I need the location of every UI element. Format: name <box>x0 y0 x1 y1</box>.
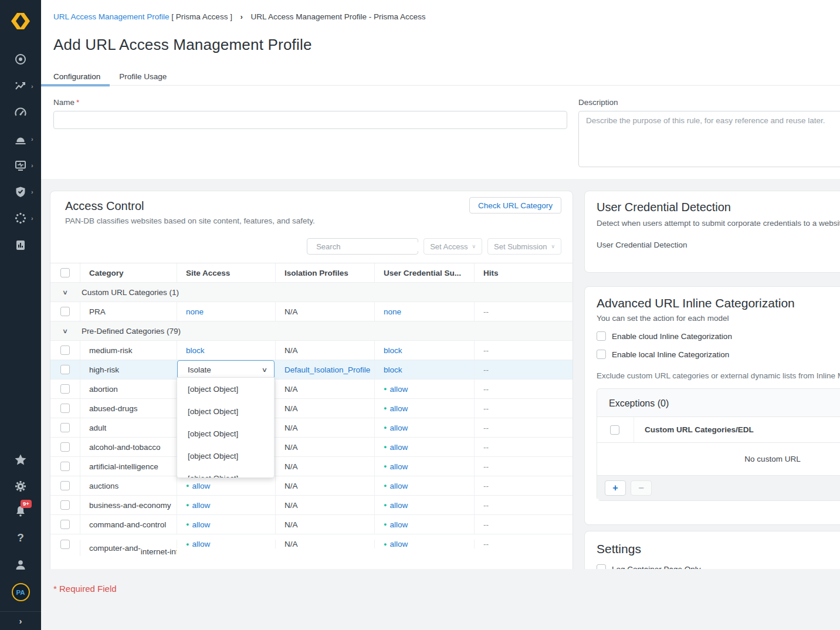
tab-profile-usage[interactable]: Profile Usage <box>110 69 176 86</box>
user-credential-link[interactable]: allow <box>389 482 408 490</box>
palo-alto-logo-icon[interactable] <box>0 11 41 32</box>
user-credential-link[interactable]: block <box>384 346 402 355</box>
user-credential-link[interactable]: allow <box>389 385 408 394</box>
name-label: Name* <box>53 98 79 107</box>
breadcrumb-link[interactable]: URL Access Management Profile <box>53 12 170 21</box>
row-checkbox[interactable] <box>60 346 70 355</box>
chevron-down-icon: ∨ <box>472 243 476 249</box>
enable-cloud-row: Enable cloud Inline Categorization <box>597 331 840 341</box>
table-header-row: Category Site Access Isolation Profiles … <box>50 263 573 283</box>
description-textarea[interactable] <box>578 111 840 167</box>
monitor-health-icon[interactable]: › <box>0 159 41 172</box>
row-checkbox[interactable] <box>60 307 70 316</box>
row-checkbox[interactable] <box>60 481 70 490</box>
check-url-category-button[interactable]: Check URL Category <box>469 197 561 214</box>
ucd-field-label: User Credential Detection <box>597 241 840 249</box>
alerts-siren-icon[interactable]: › <box>0 133 41 145</box>
hits-cell: -- <box>474 302 573 321</box>
user-credential-link[interactable]: allow <box>389 424 408 432</box>
group-row-predefined[interactable]: ∨ Pre-Defined Categories (79) <box>50 321 573 341</box>
row-checkbox[interactable] <box>60 442 70 452</box>
user-credential-link[interactable]: allow <box>389 501 408 510</box>
dashboard-target-icon[interactable] <box>0 53 41 66</box>
chevron-right-icon[interactable]: › <box>31 83 33 90</box>
site-access-link[interactable]: allow <box>192 540 210 548</box>
row-checkbox[interactable] <box>60 423 70 432</box>
chevron-right-icon[interactable]: › <box>31 162 33 169</box>
scroll-viewport[interactable]: Access Control PAN-DB classifies website… <box>41 179 840 569</box>
status-dot: ● <box>384 483 387 489</box>
row-checkbox[interactable] <box>60 520 70 529</box>
user-credential-link[interactable]: allow <box>389 540 408 548</box>
dropdown-option[interactable]: [object Object] <box>177 378 274 400</box>
exceptions-select-all-checkbox[interactable] <box>610 425 619 435</box>
row-checkbox[interactable] <box>60 500 70 510</box>
user-credential-link[interactable]: none <box>384 307 401 316</box>
hits-cell: -- <box>474 418 573 437</box>
user-credential-detection-card: User Credential Detection Detect when us… <box>584 191 840 273</box>
tab-configuration[interactable]: Configuration <box>41 69 110 86</box>
dropdown-option[interactable]: [object Object] <box>177 445 274 467</box>
enable-cloud-checkbox[interactable] <box>597 331 606 341</box>
site-access-link[interactable]: allow <box>192 520 210 529</box>
insights-trend-icon[interactable]: › <box>0 80 41 93</box>
row-checkbox[interactable] <box>60 540 70 549</box>
dropdown-option[interactable]: [object Object] <box>177 467 274 478</box>
reports-chart-icon[interactable] <box>0 239 41 252</box>
chevron-right-icon[interactable]: › <box>31 188 33 195</box>
settings-option-checkbox[interactable] <box>597 564 606 569</box>
avatar[interactable]: PA <box>0 583 41 601</box>
search-input[interactable] <box>316 242 419 251</box>
name-input[interactable] <box>53 111 567 129</box>
search-box[interactable] <box>307 238 418 255</box>
status-dot: ● <box>384 502 387 508</box>
hits-cell: -- <box>474 341 573 360</box>
speedometer-icon[interactable] <box>0 106 41 119</box>
chevron-down-icon[interactable]: ∨ <box>62 327 68 335</box>
site-access-select[interactable]: Isolate ∨ <box>177 360 275 379</box>
isolation-profile-link[interactable]: Default_Isolation_Profile <box>284 365 370 374</box>
notifications-bell-icon[interactable]: 9+ <box>0 504 41 517</box>
chevron-right-icon[interactable]: › <box>31 136 33 143</box>
site-access-link[interactable]: none <box>186 307 204 316</box>
left-sidebar: › › › › › 9+ ? PA › <box>0 0 41 630</box>
site-access-link[interactable]: allow <box>192 501 210 510</box>
user-credential-link[interactable]: allow <box>389 404 408 413</box>
chevron-down-icon[interactable]: ∨ <box>62 289 68 296</box>
select-all-checkbox[interactable] <box>60 268 70 277</box>
row-checkbox[interactable] <box>60 384 70 394</box>
favorites-star-icon[interactable] <box>0 453 41 466</box>
workflows-dotted-circle-icon[interactable]: › <box>0 212 41 225</box>
add-exception-button[interactable]: + <box>605 480 626 496</box>
dropdown-option[interactable]: [object Object] <box>177 400 274 422</box>
row-checkbox[interactable] <box>60 365 70 374</box>
help-icon[interactable]: ? <box>0 531 41 544</box>
user-credential-link[interactable]: allow <box>389 462 408 471</box>
set-access-dropdown[interactable]: Set Access∨ <box>424 238 482 255</box>
shield-check-icon[interactable]: › <box>0 185 41 198</box>
column-site-access: Site Access <box>177 263 275 282</box>
set-submission-dropdown[interactable]: Set Submission∨ <box>487 238 561 255</box>
site-access-link[interactable]: allow <box>192 482 210 490</box>
user-icon[interactable] <box>0 558 41 571</box>
user-credential-link[interactable]: block <box>384 365 402 374</box>
table-row: artificial-intelligence N/A ●allow -- <box>50 457 573 476</box>
chevron-right-icon[interactable]: › <box>31 215 33 222</box>
category-cell: business-and-economy <box>80 496 177 514</box>
row-checkbox[interactable] <box>60 462 70 471</box>
dropdown-option[interactable]: [object Object] <box>177 422 274 445</box>
tab-bar: Configuration Profile Usage <box>41 69 176 86</box>
enable-local-checkbox[interactable] <box>597 350 606 359</box>
settings-gear-icon[interactable] <box>0 480 41 493</box>
group-row-custom[interactable]: ∨ Custom URL Categories (1) <box>50 283 573 302</box>
row-checkbox[interactable] <box>60 404 70 413</box>
user-credential-link[interactable]: allow <box>389 443 408 452</box>
remove-exception-button[interactable]: − <box>631 480 652 496</box>
description-label: Description <box>578 98 618 107</box>
site-access-link[interactable]: block <box>186 346 205 355</box>
user-credential-link[interactable]: allow <box>389 520 408 529</box>
status-dot: ● <box>186 502 189 508</box>
access-control-subtitle: PAN-DB classifies websites based on site… <box>65 216 315 225</box>
collapse-chevron-icon[interactable]: › <box>0 616 41 626</box>
table-row: adult N/A ●allow -- <box>50 418 573 438</box>
